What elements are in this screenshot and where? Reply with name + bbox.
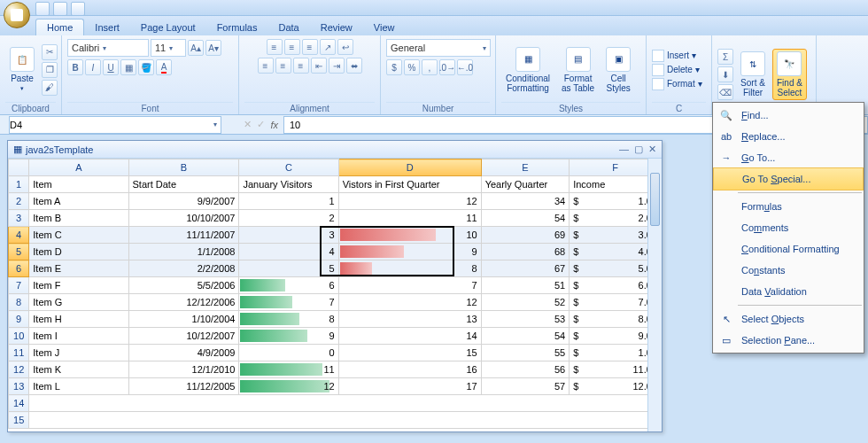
cell[interactable]: 12	[239, 378, 338, 395]
cell[interactable]: 11/11/2007	[128, 227, 239, 244]
format-painter-button[interactable]: 🖌	[42, 80, 58, 96]
cell[interactable]: 10	[338, 227, 481, 244]
menu-item-selection-pane[interactable]: ▭Selection Pane...	[713, 330, 864, 351]
cut-button[interactable]: ✂	[42, 44, 58, 60]
cell[interactable]: 14	[338, 328, 481, 345]
bold-button[interactable]: B	[67, 59, 83, 75]
font-name-combo[interactable]: Calibri▾	[67, 39, 149, 57]
cell[interactable]: Item F	[29, 277, 128, 294]
border-button[interactable]: ▦	[120, 59, 136, 75]
row-header-7[interactable]: 7	[9, 277, 29, 294]
align-left-button[interactable]: ≡	[258, 58, 274, 74]
cell[interactable]: 11	[338, 210, 481, 227]
find-select-button[interactable]: 🔭Find & Select	[772, 49, 807, 100]
cell[interactable]: 69	[481, 227, 570, 244]
italic-button[interactable]: I	[85, 59, 101, 75]
cell[interactable]: 13	[338, 311, 481, 328]
tab-review[interactable]: Review	[310, 19, 363, 35]
menu-item-conditional-formatting[interactable]: Conditional Formatting	[713, 238, 864, 260]
align-top-button[interactable]: ≡	[267, 39, 283, 55]
comma-button[interactable]: ,	[422, 59, 438, 75]
cell[interactable]: 5/5/2006	[128, 277, 239, 294]
minimize-button[interactable]: —	[619, 144, 629, 155]
align-right-button[interactable]: ≡	[293, 58, 309, 74]
cell[interactable]: 54	[481, 210, 570, 227]
delete-cells-button[interactable]: Delete ▾	[652, 64, 702, 76]
cell[interactable]: 1/10/2004	[128, 311, 239, 328]
row-header-4[interactable]: 4	[9, 227, 29, 244]
header-cell[interactable]: January Visitors	[239, 176, 338, 193]
cell[interactable]: 10/10/2007	[128, 210, 239, 227]
grow-font-button[interactable]: A▴	[188, 40, 204, 56]
indent-dec-button[interactable]: ⇤	[311, 58, 327, 74]
format-as-table-button[interactable]: ▤Format as Table	[557, 44, 599, 96]
cell[interactable]: 17	[338, 378, 481, 395]
align-mid-button[interactable]: ≡	[284, 39, 300, 55]
inc-decimal-button[interactable]: .0→	[439, 59, 455, 75]
row-header-12[interactable]: 12	[9, 361, 29, 378]
orientation-button[interactable]: ↗	[320, 39, 336, 55]
row-header-3[interactable]: 3	[9, 210, 29, 227]
clear-button[interactable]: ⌫	[717, 84, 733, 100]
header-cell[interactable]: Item	[29, 176, 128, 193]
indent-inc-button[interactable]: ⇥	[329, 58, 345, 74]
menu-item-formulas[interactable]: Formulas	[713, 196, 864, 217]
cell[interactable]: Item I	[29, 328, 128, 345]
cell[interactable]: 4/9/2009	[128, 345, 239, 361]
row-header-1[interactable]: 1	[9, 176, 29, 193]
cell[interactable]: 68	[481, 244, 570, 260]
cell[interactable]: 53	[481, 311, 570, 328]
cell[interactable]: Item D	[29, 244, 128, 260]
copy-button[interactable]: ❐	[42, 62, 58, 78]
grid[interactable]: ABCDEF1ItemStart DateJanuary VisitorsVis…	[8, 159, 662, 429]
col-header-B[interactable]: B	[128, 159, 239, 176]
tab-view[interactable]: View	[363, 19, 406, 35]
cell[interactable]: 7	[338, 277, 481, 294]
shrink-font-button[interactable]: A▾	[205, 40, 221, 56]
format-cells-button[interactable]: Format ▾	[652, 78, 702, 90]
qat-redo-icon[interactable]	[71, 2, 85, 16]
currency-button[interactable]: $	[386, 59, 402, 75]
qat-undo-icon[interactable]	[53, 2, 67, 16]
row-header-11[interactable]: 11	[9, 345, 29, 361]
cell[interactable]: 52	[481, 294, 570, 311]
cell[interactable]	[29, 395, 662, 412]
col-header-D[interactable]: D	[338, 159, 481, 176]
enter-icon[interactable]: ✓	[257, 119, 265, 130]
cell[interactable]: 7	[239, 294, 338, 311]
menu-item-data-validation[interactable]: Data Validation	[713, 281, 864, 302]
row-header-15[interactable]: 15	[9, 412, 29, 429]
name-box[interactable]: D4▾	[9, 116, 221, 134]
cell[interactable]: Item J	[29, 345, 128, 361]
menu-item-replace[interactable]: abReplace...	[713, 126, 864, 147]
underline-button[interactable]: U	[103, 59, 119, 75]
row-header-9[interactable]: 9	[9, 311, 29, 328]
cell[interactable]: 12/1/2010	[128, 361, 239, 378]
row-header-6[interactable]: 6	[9, 260, 29, 277]
fill-color-button[interactable]: 🪣	[138, 59, 154, 75]
cell[interactable]: 5	[239, 260, 338, 277]
menu-item-go-to[interactable]: →Go To...	[713, 147, 864, 168]
cell[interactable]: Item C	[29, 227, 128, 244]
cell[interactable]: 34	[481, 193, 570, 210]
cell[interactable]: 51	[481, 277, 570, 294]
cell[interactable]: 67	[481, 260, 570, 277]
cell[interactable]: 12	[338, 294, 481, 311]
tab-page-layout[interactable]: Page Layout	[130, 19, 206, 35]
maximize-button[interactable]: ▢	[634, 144, 643, 155]
cell[interactable]: 57	[481, 378, 570, 395]
tab-formulas[interactable]: Formulas	[206, 19, 268, 35]
vertical-scrollbar[interactable]	[647, 159, 662, 431]
percent-button[interactable]: %	[404, 59, 420, 75]
font-size-combo[interactable]: 11▾	[151, 39, 186, 57]
cell[interactable]: 0	[239, 345, 338, 361]
cell[interactable]: Item B	[29, 210, 128, 227]
select-all-corner[interactable]	[9, 159, 29, 176]
row-header-2[interactable]: 2	[9, 193, 29, 210]
tab-data[interactable]: Data	[267, 19, 309, 35]
sort-filter-button[interactable]: ⇅Sort & Filter	[736, 49, 770, 100]
merge-button[interactable]: ⬌	[346, 58, 362, 74]
cell[interactable]: 56	[481, 361, 570, 378]
cell[interactable]: Item H	[29, 311, 128, 328]
dec-decimal-button[interactable]: ←.0	[457, 59, 473, 75]
